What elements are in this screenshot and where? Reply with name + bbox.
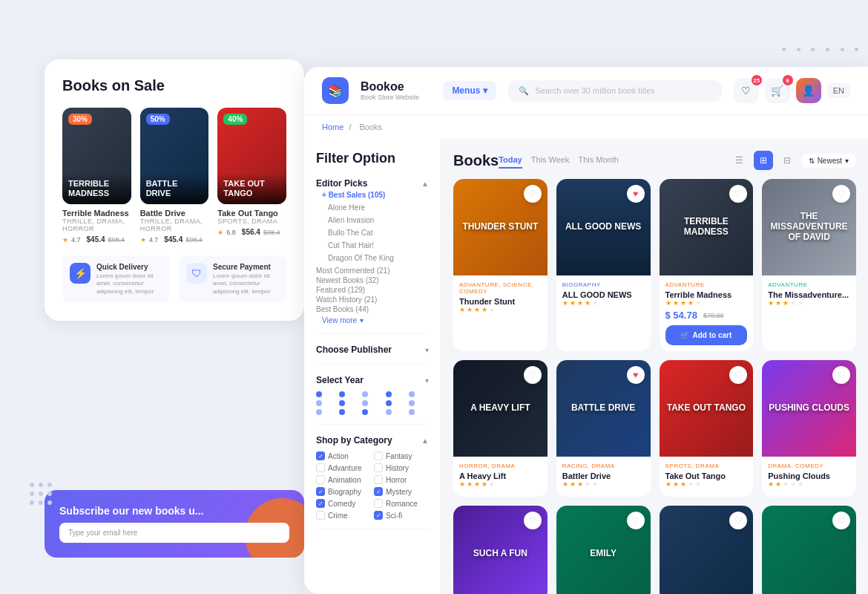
- language-selector[interactable]: EN: [827, 83, 850, 98]
- filter-dragon[interactable]: Dragon Of The King: [316, 252, 429, 264]
- filter-cut-hair[interactable]: Cut That Hair!: [316, 239, 429, 252]
- cat-animation-checkbox[interactable]: [316, 475, 325, 484]
- sale-book-cover-3: 40% TAKE OUT TANGO: [217, 108, 286, 204]
- wishlist-placeholder-1[interactable]: ♡: [729, 512, 747, 529]
- cat-scifi-checkbox[interactable]: ✓: [374, 511, 383, 520]
- services-row: ⚡ Quick Delivery Lorem ipsum dolor sit a…: [62, 255, 286, 303]
- cat-crime-checkbox[interactable]: [316, 511, 325, 520]
- book-name-thunder-stunt: Thunder Stunt: [459, 297, 542, 306]
- book-card-placeholder-2: ♡: [762, 506, 856, 594]
- filter-bullo-cat[interactable]: Bullo The Cat: [316, 226, 429, 239]
- shop-category-header[interactable]: Shop by Category ▲: [316, 435, 429, 446]
- choose-publisher-header[interactable]: Choose Publisher ▾: [316, 345, 429, 355]
- star-1: ★: [768, 480, 774, 488]
- year-dot: [339, 391, 345, 397]
- menus-button[interactable]: Menus ▾: [443, 81, 496, 100]
- choose-publisher-chevron: ▾: [425, 346, 429, 354]
- cat-history[interactable]: History: [374, 463, 429, 472]
- wishlist-button[interactable]: ♡ 25: [734, 78, 759, 103]
- bg-dots-bottom: [30, 483, 52, 505]
- wishlist-placeholder-2[interactable]: ♡: [832, 512, 850, 529]
- select-year-header[interactable]: Select Year ▾: [316, 375, 429, 385]
- watch-history-item[interactable]: Watch History (21): [316, 296, 429, 304]
- cat-crime[interactable]: Crime: [316, 511, 371, 520]
- books-grid-row3: Such a Fun ♡ Emily ♡: [453, 506, 856, 594]
- cat-horror[interactable]: Horror: [374, 475, 429, 484]
- tab-this-week[interactable]: This Week: [531, 152, 570, 169]
- wishlist-emily[interactable]: ♡: [627, 512, 645, 529]
- shop-category-label: Shop by Category: [316, 435, 392, 446]
- wishlist-battle-drive[interactable]: ♥: [627, 366, 645, 384]
- avatar[interactable]: 👤: [796, 78, 821, 103]
- wishlist-all-good-news[interactable]: ♥: [627, 185, 645, 203]
- book-genre-battle-drive: RACING, DRAMA: [562, 463, 645, 469]
- cat-advanture[interactable]: Advanture: [316, 463, 371, 472]
- book-card-take-out-tango: TAKE OUT TANGO ♡ SPROTS, DRAMA Take Out …: [660, 360, 754, 497]
- cat-action-checkbox[interactable]: ✓: [316, 451, 325, 460]
- editor-picks-header[interactable]: Editor Picks ▲: [316, 178, 429, 189]
- cat-romance-checkbox[interactable]: [374, 499, 383, 508]
- search-box[interactable]: 🔍 Search over 30 million book titles: [508, 80, 721, 102]
- book-card-placeholder-1: ♡: [660, 506, 754, 594]
- sale-book-overlay-1: TERRIBLE MADNESS: [62, 173, 131, 204]
- filter-sidebar: Filter Option Editor Picks ▲ + Best Sale…: [304, 139, 441, 594]
- wishlist-pushing-clouds[interactable]: ♡: [832, 366, 850, 384]
- subscribe-strip: Subscribe our new books u... Type your e…: [45, 490, 304, 558]
- cat-advanture-checkbox[interactable]: [316, 463, 325, 472]
- wishlist-such-fun[interactable]: ♡: [524, 512, 542, 529]
- cat-mystery[interactable]: ✓ Mystery: [374, 487, 429, 496]
- books-tabs: Today This Week This Month: [499, 152, 619, 169]
- best-sales-item[interactable]: + Best Sales (105): [316, 189, 429, 201]
- filter-alone-here[interactable]: Alone Here: [316, 201, 429, 214]
- cat-horror-checkbox[interactable]: [374, 475, 383, 484]
- cat-scifi[interactable]: ✓ Sci-fi: [374, 511, 429, 520]
- cat-biography-label: Biography: [328, 488, 361, 496]
- list-view-button[interactable]: ☰: [730, 151, 749, 170]
- star-3: ★: [783, 299, 789, 307]
- sale-book-name-1: Terrible Madness: [62, 209, 131, 218]
- wishlist-thunder-stunt[interactable]: ♡: [524, 185, 542, 203]
- cat-mystery-checkbox[interactable]: ✓: [374, 487, 383, 496]
- cart-icon: 🛒: [680, 331, 689, 339]
- book-genre-missadventure: ADVANTURE: [768, 281, 850, 288]
- cat-history-checkbox[interactable]: [374, 463, 383, 472]
- featured-item[interactable]: Featured (129): [316, 286, 429, 294]
- filter-alien-invasion[interactable]: Alien Invasion: [316, 214, 429, 226]
- sale-book-title-1: TERRIBLE MADNESS: [68, 179, 125, 198]
- search-icon: 🔍: [519, 86, 529, 96]
- sort-button[interactable]: ⇅ Newest ▾: [801, 154, 856, 168]
- large-grid-view-button[interactable]: ⊟: [777, 151, 797, 170]
- book-stars-battle-drive: ★ ★ ★ ★ ★: [562, 480, 645, 488]
- cart-button[interactable]: 🛒 6: [765, 78, 790, 103]
- tab-today[interactable]: Today: [499, 152, 522, 169]
- breadcrumb-home[interactable]: Home: [322, 123, 343, 131]
- cat-action[interactable]: ✓ Action: [316, 451, 371, 460]
- grid-view-button[interactable]: ⊞: [754, 151, 773, 170]
- cat-biography[interactable]: ✓ Biography: [316, 487, 371, 496]
- year-dot: [409, 391, 415, 397]
- wishlist-heavy-lift[interactable]: ♡: [524, 366, 542, 384]
- sale-book-title-2: BATTLE DRIVE: [146, 179, 203, 198]
- wishlist-missadventure[interactable]: ♡: [832, 185, 850, 203]
- newest-books-item[interactable]: Newest Books (32): [316, 276, 429, 284]
- cat-comedy-label: Comedy: [328, 500, 355, 508]
- star-2: ★: [467, 306, 473, 313]
- service-payment-info: Secure Payment Lorem ipsum dolor sit ame…: [213, 263, 279, 296]
- cat-fantasy-checkbox[interactable]: [374, 451, 383, 460]
- tab-this-month[interactable]: This Month: [578, 152, 618, 169]
- book-info-pushing-clouds: DRAMA, COMEDY Pushing Clouds ★ ★ ★ ★ ★: [762, 457, 856, 497]
- book-name-all-good-news: ALL GOOD NEWS: [562, 290, 645, 299]
- cat-comedy-checkbox[interactable]: ✓: [316, 499, 325, 508]
- cat-animation[interactable]: Animation: [316, 475, 371, 484]
- cat-fantasy[interactable]: Fantasy: [374, 451, 429, 460]
- cat-biography-checkbox[interactable]: ✓: [316, 487, 325, 496]
- most-commented-item[interactable]: Most Commented (21): [316, 267, 429, 275]
- best-books-item[interactable]: Best Books (44): [316, 305, 429, 313]
- view-more-button[interactable]: View more ▾: [316, 316, 429, 324]
- subscribe-input[interactable]: Type your email here: [59, 523, 289, 543]
- cat-comedy[interactable]: ✓ Comedy: [316, 499, 371, 508]
- star-5: ★: [592, 299, 598, 307]
- sale-book-cover-2: 50% BATTLE DRIVE: [140, 108, 209, 204]
- add-to-cart-button[interactable]: 🛒 Add to cart: [665, 325, 748, 345]
- cat-romance[interactable]: Romance: [374, 499, 429, 508]
